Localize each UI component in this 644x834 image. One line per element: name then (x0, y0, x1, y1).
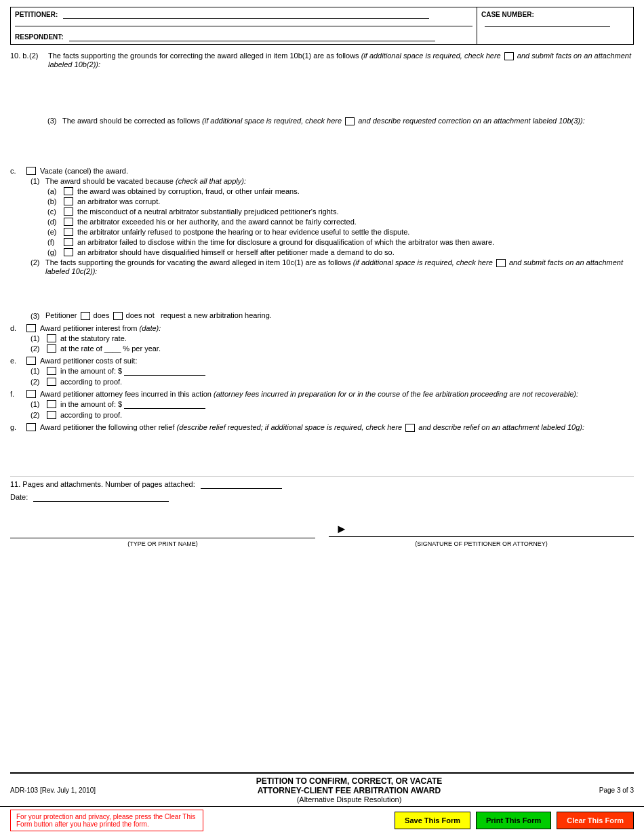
e1-amount-input[interactable] (124, 367, 205, 376)
10b2-row: 10. b. (2) The facts supporting the grou… (10, 52, 634, 68)
cb-c3-does[interactable] (81, 312, 90, 320)
c1a-row: (a) the award was obtained by corruption… (47, 187, 634, 195)
c1-label: (1) (31, 177, 45, 185)
10b2-sub: (2) (29, 52, 48, 60)
d-main-row: d. Award petitioner interest from (date)… (10, 324, 634, 332)
10b3-text: The award should be corrected as follows… (62, 117, 585, 125)
c2-row: (2) The facts supporting the grounds for… (31, 258, 634, 275)
cb-e2[interactable] (47, 378, 56, 386)
c1d-row: (d) the arbitrator exceeded his or her a… (47, 218, 634, 226)
pages-attached-input[interactable] (201, 480, 282, 489)
cb-f-main[interactable] (26, 390, 36, 398)
arrow-icon: ► (336, 522, 348, 536)
c1e-row: (e) the arbitrator unfairly refused to p… (47, 228, 634, 236)
respondent-label: RESPONDENT: (15, 33, 64, 41)
print-button[interactable]: Print This Form (476, 812, 551, 829)
c1c-text: the misconduct of a neutral arbitrator s… (77, 207, 338, 216)
section-c: c. Vacate (cancel) the award. (1) The aw… (10, 167, 634, 320)
section-f: f. Award petitioner attorney fees incurr… (10, 390, 634, 419)
cb-g-attach[interactable] (405, 424, 415, 432)
10b2-textarea[interactable] (37, 71, 644, 111)
cb-d1[interactable] (47, 334, 56, 342)
10b3-row: (3) The award should be corrected as fol… (47, 117, 634, 125)
privacy-notice: For your protection and privacy, please … (10, 810, 203, 831)
cb-c1c[interactable] (64, 207, 73, 216)
g-label: g. (10, 423, 25, 431)
clear-button[interactable]: Clear This Form (557, 812, 634, 829)
cb-g-main[interactable] (26, 423, 36, 431)
signature-label: (SIGNATURE OF PETITIONER OR ATTORNEY) (415, 540, 548, 547)
type-print-block: (TYPE OR PRINT NAME) (10, 538, 315, 547)
cb-e-main[interactable] (26, 357, 36, 365)
footer-title-line1: PETITION TO CONFIRM, CORRECT, OR VACATE (256, 776, 443, 786)
save-button[interactable]: Save This Form (395, 812, 470, 829)
cb-c1e[interactable] (64, 228, 73, 236)
f-main-row: f. Award petitioner attorney fees incurr… (10, 390, 634, 398)
c1b-text: an arbitrator was corrupt. (77, 197, 160, 205)
e-text: Award petitioner costs of suit: (40, 357, 137, 365)
10b3-textarea[interactable] (64, 127, 644, 161)
cb-c2-attach[interactable] (496, 259, 506, 267)
g-textarea[interactable] (37, 434, 599, 468)
cb-c1d[interactable] (64, 218, 73, 226)
section-10b2: 10. b. (2) The facts supporting the grou… (10, 52, 634, 113)
c3-text: Petitioner does does not request a new a… (45, 311, 272, 320)
cb-c1g[interactable] (64, 248, 73, 256)
cb-c-main[interactable] (26, 167, 36, 175)
petitioner-line: PETITIONER: (15, 10, 472, 26)
cb-c1f[interactable] (64, 238, 73, 246)
c2-text: The facts supporting the grounds for vac… (45, 258, 634, 275)
footer-title: PETITION TO CONFIRM, CORRECT, OR VACATE … (256, 776, 443, 803)
c3-row: (3) Petitioner does does not request a n… (31, 311, 634, 320)
signature-label-block: (SIGNATURE OF PETITIONER OR ATTORNEY) (329, 536, 634, 547)
c1g-row: (g) an arbitrator should have disqualifi… (47, 248, 634, 256)
c-main-row: c. Vacate (cancel) the award. (10, 167, 634, 175)
10b-num: 10. b. (10, 52, 29, 60)
c1d-letter: (d) (47, 218, 62, 226)
c-label: c. (10, 167, 25, 175)
date-input[interactable] (33, 493, 169, 502)
c1-text: The award should be vacated because (che… (45, 177, 246, 185)
c1g-letter: (g) (47, 248, 62, 256)
cb-10b3-attach[interactable] (345, 117, 355, 125)
case-number-input[interactable] (485, 18, 610, 27)
d1-row: (1) at the statutory rate. (31, 334, 634, 342)
cb-c3-does-not[interactable] (113, 312, 123, 320)
cb-d2[interactable] (47, 344, 56, 353)
petitioner-input[interactable] (63, 10, 429, 19)
section-g: g. Award petitioner the following other … (10, 423, 634, 469)
cb-d-main[interactable] (26, 324, 36, 332)
c1f-row: (f) an arbitrator failed to disclose wit… (47, 238, 634, 246)
10b3-sub: (3) (47, 117, 62, 125)
date-label: Date: (10, 493, 28, 501)
cb-10b2-attach[interactable] (504, 52, 514, 60)
d2-label: (2) (31, 344, 45, 353)
d1-label: (1) (31, 334, 45, 342)
c2-textarea[interactable] (47, 277, 578, 308)
respondent-line: RESPONDENT: (15, 30, 472, 41)
cb-f2[interactable] (47, 411, 56, 419)
respondent-input[interactable] (69, 33, 435, 41)
e-main-row: e. Award petitioner costs of suit: (10, 357, 634, 365)
e1-row: (1) in the amount of: $ (31, 367, 634, 376)
f2-label: (2) (31, 411, 45, 419)
e2-text: according to proof. (60, 378, 122, 386)
cb-f1[interactable] (47, 400, 56, 408)
section-d: d. Award petitioner interest from (date)… (10, 324, 634, 353)
cb-c1a[interactable] (64, 187, 73, 195)
f1-amount-input[interactable] (124, 400, 205, 409)
f1-text: in the amount of: $ (60, 400, 205, 409)
c1c-row: (c) the misconduct of a neutral arbitrat… (47, 207, 634, 216)
c1a-text: the award was obtained by corruption, fr… (77, 187, 300, 195)
c1d-text: the arbitrator exceeded his or her autho… (77, 218, 357, 226)
signature-area: (TYPE OR PRINT NAME) ► (SIGNATURE OF PET… (10, 522, 634, 547)
e2-row: (2) according to proof. (31, 378, 634, 386)
section-10b3: (3) The award should be corrected as fol… (47, 117, 634, 163)
f1-label: (1) (31, 400, 45, 408)
cb-c1b[interactable] (64, 197, 73, 205)
header-section: PETITIONER: RESPONDENT: CASE NUMBER: (10, 7, 634, 45)
d-label: d. (10, 324, 25, 332)
cb-e1[interactable] (47, 367, 56, 375)
c1b-letter: (b) (47, 197, 62, 205)
footer-form-number: ADR-103 [Rev. July 1, 2010] (10, 787, 119, 794)
